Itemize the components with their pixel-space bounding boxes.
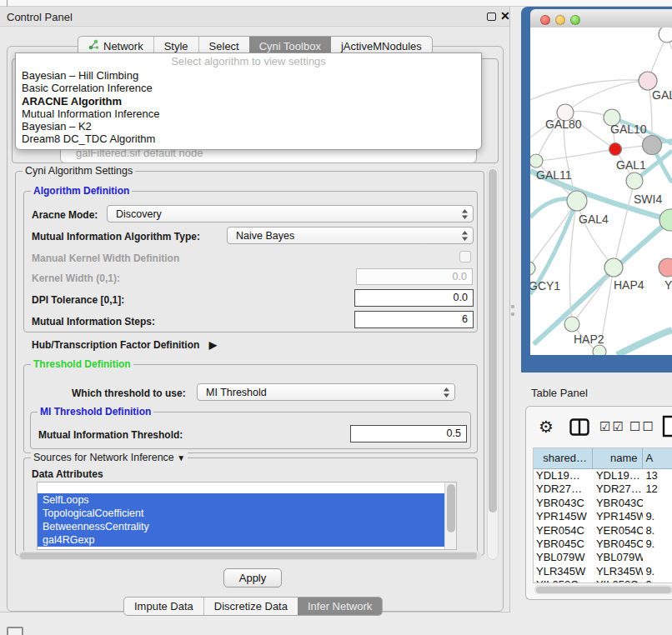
mi-threshold-field[interactable]: 0.5: [350, 425, 467, 442]
control-panel-header: Control Panel ✕: [0, 7, 509, 27]
tab-label: Style: [164, 40, 188, 52]
scrollbar-thumb[interactable]: [489, 169, 497, 512]
menu-item-dream8[interactable]: Dream8 DC_TDC Algorithm: [16, 132, 481, 145]
column-header-name[interactable]: name: [593, 448, 643, 468]
network-canvas[interactable]: GAL GAL80 GAL10 GAL1 GAL11 SWI4 GAL4 GCY…: [530, 28, 672, 355]
algorithm-dropdown-popup: Select algorithm to view settings Bayesi…: [15, 52, 482, 150]
node[interactable]: [626, 172, 643, 189]
table-row[interactable]: YBR045CYBR045C9.: [534, 538, 672, 551]
apply-button[interactable]: Apply: [223, 568, 282, 588]
list-item-selected[interactable]: SelfLoops: [38, 493, 445, 507]
settings-vertical-scrollbar[interactable]: [487, 167, 499, 560]
select-all-icon[interactable]: ☑☑: [599, 419, 625, 434]
menu-item-basic-correlation[interactable]: Basic Correlation Inference: [16, 82, 481, 94]
node[interactable]: [659, 28, 672, 42]
table-header-row: shared… name A: [534, 448, 672, 469]
menu-item-mutual-information[interactable]: Mutual Information Inference: [16, 108, 481, 120]
node-label: HAP4: [614, 278, 644, 292]
tab-label: Network: [103, 40, 143, 52]
settings-horizontal-scrollbar[interactable]: [18, 552, 482, 560]
node-gal-partial[interactable]: [639, 72, 657, 90]
tab-discretize-data[interactable]: Discretize Data: [204, 598, 298, 615]
gear-icon[interactable]: ⚙: [539, 417, 554, 437]
tab-impute-data[interactable]: Impute Data: [124, 598, 204, 615]
scrollbar-thumb[interactable]: [447, 484, 455, 532]
data-attributes-list[interactable]: SelfLoops TopologicalCoefficient Between…: [37, 482, 457, 550]
stepper-arrows-icon: [461, 208, 469, 220]
expander-arrow-icon: ▶: [209, 339, 217, 351]
edge: [577, 201, 614, 268]
manual-kernel-label: Manual Kernel Width Definition: [32, 252, 179, 264]
scrollbar-thumb[interactable]: [536, 587, 671, 593]
which-threshold-combo[interactable]: MI Threshold: [197, 383, 455, 401]
column-header-shared-name[interactable]: shared…: [534, 448, 593, 468]
tab-infer-network[interactable]: Infer Network: [298, 598, 382, 615]
table-row[interactable]: YBR043CYBR043C: [534, 497, 672, 510]
aracne-mode-label: Aracne Mode:: [32, 209, 98, 221]
tab-label: jActiveMNodules: [341, 40, 422, 52]
node-label: HAP2: [574, 332, 604, 346]
node-gal11[interactable]: [530, 154, 543, 168]
scrollbar-thumb[interactable]: [20, 552, 477, 559]
list-item-selected[interactable]: TopologicalCoefficient: [38, 507, 445, 520]
window-zoom-button[interactable]: [570, 15, 580, 25]
aracne-mode-combo[interactable]: Discovery: [107, 205, 474, 222]
node-gal4[interactable]: [567, 191, 587, 211]
table-row[interactable]: YLR345WYLR345W9.: [534, 565, 672, 578]
node-gcy1[interactable]: [530, 262, 535, 275]
menu-item-bayesian-hill-climbing[interactable]: Bayesian – Hill Climbing: [16, 69, 481, 82]
dpi-tolerance-label: DPI Tolerance [0,1]:: [32, 294, 124, 306]
node-gal1[interactable]: [609, 143, 622, 156]
mi-algorithm-type-combo[interactable]: Naive Bayes: [227, 227, 474, 244]
node-label: Y: [664, 278, 672, 292]
table-horizontal-scrollbar[interactable]: [534, 585, 672, 594]
dpi-tolerance-field[interactable]: 0.0: [354, 289, 474, 307]
kernel-width-label: Kernel Width (0,1):: [32, 272, 120, 284]
mi-steps-field[interactable]: 6: [354, 311, 474, 328]
deselect-all-icon[interactable]: ☐☐: [629, 419, 655, 434]
control-panel: Control Panel ✕ Network Style Select Cyn…: [0, 7, 510, 612]
node[interactable]: [593, 345, 606, 355]
tab-label: Discretize Data: [214, 600, 288, 612]
combo-value: Naive Bayes: [236, 230, 294, 242]
list-item-selected[interactable]: BetweennessCentrality: [38, 520, 445, 533]
combo-value: MI Threshold: [206, 387, 267, 398]
close-icon[interactable]: ✕: [500, 9, 510, 22]
node-gray[interactable]: [643, 136, 662, 155]
table-row[interactable]: YBL079WYBL079W: [534, 551, 672, 564]
tab-label: Select: [209, 40, 239, 52]
columns-icon[interactable]: [569, 418, 589, 439]
group-title: MI Threshold Definition: [38, 406, 153, 418]
network-view-window: GAL GAL80 GAL10 GAL1 GAL11 SWI4 GAL4 GCY…: [521, 7, 672, 372]
hub-definition-expander[interactable]: Hub/Transcription Factor Definition ▶: [32, 339, 217, 351]
table-row[interactable]: YER054CYER054C8.: [534, 524, 672, 538]
node-hap4[interactable]: [604, 258, 623, 277]
list-scrollbar[interactable]: [444, 482, 456, 549]
window-close-button[interactable]: [540, 15, 550, 25]
list-item-selected[interactable]: gal4RGexp: [38, 533, 445, 547]
divider: [7, 0, 8, 7]
window-minimize-button[interactable]: [555, 15, 565, 25]
top-strip: [0, 0, 672, 7]
table-row[interactable]: YIL052CYIL052C9: [534, 578, 672, 583]
menu-item-bayesian-k2[interactable]: Bayesian – K2: [16, 120, 481, 132]
float-panel-icon[interactable]: [487, 12, 496, 21]
node-label: GAL: [652, 88, 672, 102]
table-toolbar: ⚙ ☑☑ ☐☐: [526, 407, 672, 448]
which-threshold-label: Which threshold to use:: [72, 388, 186, 399]
minimized-panel-icon[interactable]: [7, 627, 23, 635]
network-icon: [88, 39, 99, 52]
table-row[interactable]: YDR27…YDR27…12: [534, 482, 672, 496]
node-y-partial[interactable]: [659, 258, 672, 277]
collapse-caret-icon: ▼: [177, 453, 185, 462]
panel-splitter[interactable]: [511, 305, 514, 320]
tab-label: Infer Network: [308, 600, 372, 612]
column-header-partial[interactable]: A: [643, 448, 672, 468]
table-row[interactable]: YPR145WYPR145W9.: [534, 510, 672, 523]
node-hap2[interactable]: [564, 317, 579, 332]
table-row[interactable]: YDL19…YDL19…13: [534, 469, 672, 482]
kernel-width-field: 0.0: [356, 268, 473, 285]
menu-item-aracne[interactable]: ARACNE Algorithm: [16, 95, 481, 108]
group-title: Threshold Definition: [31, 358, 133, 370]
new-table-icon[interactable]: [662, 415, 672, 441]
